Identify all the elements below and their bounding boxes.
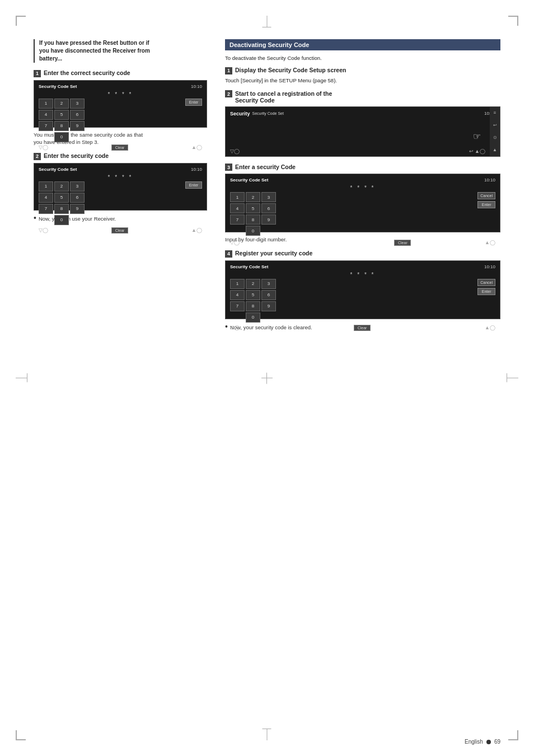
right-step2-icon-left: ▽◯ <box>230 148 240 154</box>
s2-key-0[interactable]: 0 <box>54 215 69 225</box>
s2-key-4[interactable]: 4 <box>39 193 53 203</box>
key-7[interactable]: 7 <box>39 121 53 131</box>
right-step3-screen: Security Code Set 10:10 * * * * 1 2 3 4 … <box>225 174 500 232</box>
corner-br <box>508 730 518 740</box>
key-1[interactable]: 1 <box>39 99 53 109</box>
r4-key-5[interactable]: 5 <box>246 290 260 300</box>
right-step4-screen: Security Code Set 10:10 * * * * 1 2 3 4 … <box>225 260 500 319</box>
s2-key-6[interactable]: 6 <box>70 193 85 203</box>
right-step1: 1 Display the Security Code Setup screen… <box>225 67 500 83</box>
clear-btn-s1[interactable]: Clear <box>111 144 128 151</box>
r4-key-4[interactable]: 4 <box>230 290 245 300</box>
r4-key-3[interactable]: 3 <box>261 279 276 289</box>
clear-btn-r4[interactable]: Clear <box>354 325 371 331</box>
right-step4-dots: * * * * <box>228 270 498 279</box>
crosshair-left <box>16 378 27 379</box>
right-step3-title: Enter a security Code <box>235 164 296 170</box>
s2-key-2[interactable]: 2 <box>54 181 69 192</box>
crosshair-right <box>507 378 518 379</box>
left-step1-time: 10:10 <box>191 84 202 89</box>
r3-key-0[interactable]: 0 <box>246 226 260 236</box>
s2-key-7[interactable]: 7 <box>39 204 53 214</box>
left-step1-bottom: ▽◯ Clear ▲◯ <box>36 143 204 152</box>
key-3[interactable]: 3 <box>70 99 85 109</box>
left-step1-screen: Security Code Set 10:10 * * * * 1 2 3 4 … <box>34 80 207 128</box>
left-step1-btns: Enter <box>185 99 202 106</box>
s2-key-spacer <box>39 215 53 225</box>
key-0[interactable]: 0 <box>54 132 69 142</box>
right-step2: 2 Start to cancel a registration of the … <box>225 90 500 157</box>
right-step1-header: 1 Display the Security Code Setup screen <box>225 67 500 74</box>
r3-key-2[interactable]: 2 <box>246 192 260 202</box>
r4-key-1[interactable]: 1 <box>230 279 245 289</box>
s2-key-5[interactable]: 5 <box>54 193 69 203</box>
clear-btn-s2[interactable]: Clear <box>111 227 128 234</box>
left-step1-screen-label: Security Code Set <box>39 84 77 89</box>
key-8[interactable]: 8 <box>54 121 69 131</box>
cancel-btn-r4[interactable]: Cancel <box>477 279 495 286</box>
corner-bl <box>16 730 26 740</box>
key-6[interactable]: 6 <box>70 110 85 120</box>
reset-note-line3: battery... <box>39 55 62 62</box>
r4-key-7[interactable]: 7 <box>230 301 245 311</box>
cancel-btn-r3[interactable]: Cancel <box>477 192 495 199</box>
key-spacer-l <box>39 132 53 142</box>
right-step3-keypad-area: 1 2 3 4 5 6 7 8 9 0 <box>228 192 498 236</box>
footer: English 69 <box>465 739 500 745</box>
r4-key-6[interactable]: 6 <box>261 290 276 300</box>
key-2[interactable]: 2 <box>54 99 69 109</box>
r4-key-8[interactable]: 8 <box>246 301 260 311</box>
s2-key-9[interactable]: 9 <box>70 204 85 214</box>
r3-key-5[interactable]: 5 <box>246 203 260 213</box>
right-step4-header: 4 Register your security code <box>225 250 500 258</box>
r4-key-2[interactable]: 2 <box>246 279 260 289</box>
right-step4-btns: Cancel Enter <box>477 279 495 295</box>
right-step3-screen-label: Security Code Set <box>230 178 268 183</box>
r3-key-1[interactable]: 1 <box>230 192 245 202</box>
key-5[interactable]: 5 <box>54 110 69 120</box>
s2-key-3[interactable]: 3 <box>70 181 85 192</box>
r3-key-7[interactable]: 7 <box>230 214 245 225</box>
finger-icon-s2r: ☞ <box>473 131 481 142</box>
key-4[interactable]: 4 <box>39 110 53 120</box>
clear-btn-r3[interactable]: Clear <box>394 240 411 246</box>
s2-key-8[interactable]: 8 <box>54 204 69 214</box>
finger-icon-r3: ☜ <box>313 238 321 247</box>
right-step3-btns: Cancel Enter <box>477 192 495 208</box>
right-column: Deactivating Security Code To deactivate… <box>225 39 500 338</box>
right-step2-title: Start to cancel a registration of the Se… <box>235 90 332 104</box>
security-title-bar: Security Security Code Set 10:10 <box>228 109 498 118</box>
section-header: Deactivating Security Code <box>225 39 500 50</box>
right-step4-icon-right: ▲◯ <box>485 325 495 330</box>
page-content: If you have pressed the Reset button or … <box>34 39 500 722</box>
left-step1-num: 1 <box>34 70 41 77</box>
r3-key-4[interactable]: 4 <box>230 203 245 213</box>
reset-note-line1: If you have pressed the Reset button or … <box>39 40 149 46</box>
r3-key-6[interactable]: 6 <box>261 203 276 213</box>
left-step1-keypad-area: 1 2 3 4 5 6 7 8 9 0 <box>36 99 204 142</box>
left-step2-screen: Security Code Set 10:10 * * * * 1 2 3 4 … <box>34 163 207 211</box>
left-step2-bottom: ▽◯ Clear ▲◯ <box>36 226 204 235</box>
r3-key-9[interactable]: 9 <box>261 214 276 225</box>
right-step4-keypad-area: 1 2 3 4 5 6 7 8 9 0 <box>228 279 498 323</box>
enter-btn-r4[interactable]: Enter <box>477 288 495 295</box>
r4-key-0[interactable]: 0 <box>246 312 260 323</box>
columns: If you have pressed the Reset button or … <box>34 39 500 338</box>
right-step2-icons: ≡ ↩ ⊙ ▲ <box>490 107 500 156</box>
key-9[interactable]: 9 <box>70 121 85 131</box>
security-screen-subtitle: Security Code Set <box>250 111 284 115</box>
left-step2-time: 10:10 <box>191 167 202 172</box>
icon-back: ↩ <box>493 123 497 128</box>
security-screen-title: Security <box>230 111 250 116</box>
left-step1-keypad: 1 2 3 4 5 6 7 8 9 0 <box>39 99 85 142</box>
r3-key-3[interactable]: 3 <box>261 192 276 202</box>
r3-key-8[interactable]: 8 <box>246 214 260 225</box>
enter-btn-r3[interactable]: Enter <box>477 201 495 208</box>
r4-key-9[interactable]: 9 <box>261 301 276 311</box>
footer-text: English <box>465 739 483 745</box>
enter-btn-s2l[interactable]: Enter <box>185 181 202 189</box>
left-step2-screen-label: Security Code Set <box>39 167 77 172</box>
right-step3-num: 3 <box>225 164 232 171</box>
enter-btn-s1[interactable]: Enter <box>185 99 202 106</box>
s2-key-1[interactable]: 1 <box>39 181 53 192</box>
